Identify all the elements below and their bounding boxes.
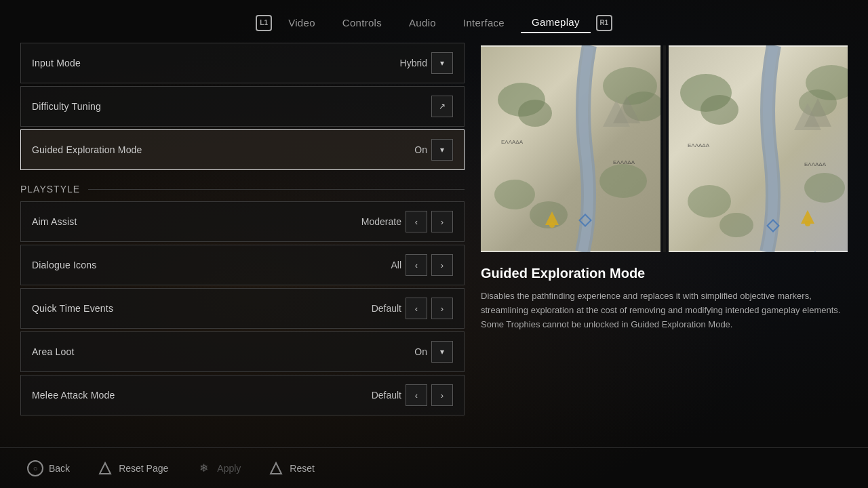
setting-control-quick-time-events: Default ‹ › (347, 298, 453, 319)
svg-point-5 (599, 164, 647, 198)
setting-row-melee-attack-mode[interactable]: Melee Attack Mode Default ‹ › (20, 375, 465, 415)
svg-text:ΕΛΛΑΔΑ: ΕΛΛΑΔΑ (804, 161, 827, 167)
info-title: Guided Exploration Mode (481, 266, 848, 281)
arrow-right-btn-dialogue-icons[interactable]: › (431, 254, 453, 276)
r1-button[interactable]: R1 (596, 15, 612, 31)
setting-control-area-loot: On ▾ (373, 341, 453, 363)
content-area: Input Mode Hybrid ▾ Difficulty Tuning ↗ … (0, 43, 868, 447)
reset-page-label: Reset Page (119, 463, 168, 474)
tab-video[interactable]: Video (277, 13, 326, 33)
setting-value-guided-exploration: On (373, 144, 427, 155)
setting-control-difficulty-tuning: ↗ (431, 96, 453, 117)
left-panel: Input Mode Hybrid ▾ Difficulty Tuning ↗ … (20, 43, 465, 447)
setting-label-area-loot: Area Loot (32, 346, 75, 357)
arrow-left-btn-aim-assist[interactable]: ‹ (406, 211, 427, 232)
arrow-right-btn-aim-assist[interactable]: › (431, 211, 453, 232)
setting-control-dialogue-icons: All ‹ › (347, 254, 453, 276)
arrow-right-btn-quick-time-events[interactable]: › (431, 298, 453, 319)
svg-point-19 (804, 173, 845, 203)
tab-interface[interactable]: Interface (452, 13, 515, 33)
setting-value-dialogue-icons: All (347, 260, 401, 270)
top-nav: L1 Video Controls Audio Interface Gamepl… (0, 0, 868, 43)
main-container: L1 Video Controls Audio Interface Gamepl… (0, 0, 868, 488)
circle-icon-back: ○ (27, 460, 43, 476)
svg-point-18 (688, 185, 731, 218)
back-label: Back (49, 463, 70, 474)
external-btn-difficulty-tuning[interactable]: ↗ (431, 96, 453, 117)
setting-label-difficulty-tuning: Difficulty Tuning (32, 101, 101, 112)
apply-action[interactable]: ❄ Apply (195, 460, 241, 476)
reset-page-action[interactable]: Reset Page (97, 460, 168, 476)
setting-row-difficulty-tuning[interactable]: Difficulty Tuning ↗ (20, 86, 465, 127)
tab-gameplay[interactable]: Gameplay (521, 12, 591, 33)
setting-row-guided-exploration[interactable]: Guided Exploration Mode On ▾ (20, 129, 465, 170)
svg-point-20 (719, 213, 753, 237)
dropdown-btn-area-loot[interactable]: ▾ (431, 341, 453, 363)
setting-control-aim-assist: Moderate ‹ › (347, 211, 453, 232)
setting-label-dialogue-icons: Dialogue Icons (32, 260, 96, 270)
setting-row-quick-time-events[interactable]: Quick Time Events Default ‹ › (20, 288, 465, 329)
tab-controls[interactable]: Controls (332, 13, 393, 33)
setting-value-quick-time-events: Default (347, 303, 401, 314)
back-action[interactable]: ○ Back (27, 460, 70, 476)
svg-point-26 (805, 221, 810, 226)
setting-value-aim-assist: Moderate (347, 216, 401, 227)
setting-label-guided-exploration: Guided Exploration Mode (32, 144, 142, 155)
dropdown-btn-input-mode[interactable]: ▾ (431, 52, 453, 74)
svg-point-15 (701, 95, 738, 125)
svg-text:ΕΛΛΑΔΑ: ΕΛΛΑΔΑ (501, 139, 524, 145)
arrow-left-btn-quick-time-events[interactable]: ‹ (406, 298, 427, 319)
setting-value-melee-attack-mode: Default (347, 390, 401, 401)
triangle-icon-reset-page (97, 460, 113, 476)
setting-label-aim-assist: Aim Assist (32, 216, 77, 227)
info-description: Disables the pathfinding experience and … (481, 289, 848, 331)
dropdown-btn-guided-exploration[interactable]: ▾ (431, 139, 453, 161)
setting-control-melee-attack-mode: Default ‹ › (347, 384, 453, 406)
l1-button[interactable]: L1 (256, 15, 272, 31)
arrow-right-btn-melee-attack-mode[interactable]: › (431, 384, 453, 406)
tab-audio[interactable]: Audio (398, 13, 447, 33)
info-section: Guided Exploration Mode Disables the pat… (481, 266, 848, 331)
svg-point-12 (549, 222, 555, 228)
map-separator (663, 45, 666, 252)
arrow-left-btn-dialogue-icons[interactable]: ‹ (406, 254, 427, 276)
bottom-bar: ○ Back Reset Page ❄ Apply Reset (0, 447, 868, 488)
map-preview: ΕΛΛΑΔΑ ΕΛΛΑΔΑ (481, 45, 848, 252)
triangle-svg-reset-page (98, 462, 112, 475)
snowflake-icon-apply: ❄ (195, 460, 212, 476)
reset-action[interactable]: Reset (268, 460, 315, 476)
map-half-left: ΕΛΛΑΔΑ ΕΛΛΑΔΑ (481, 45, 660, 252)
setting-row-dialogue-icons[interactable]: Dialogue Icons All ‹ › (20, 245, 465, 285)
apply-label: Apply (217, 463, 241, 474)
svg-text:ΕΛΛΑΔΑ: ΕΛΛΑΔΑ (688, 142, 710, 148)
svg-point-1 (518, 100, 552, 127)
svg-text:ΕΛΛΑΔΑ: ΕΛΛΑΔΑ (613, 159, 635, 165)
setting-label-quick-time-events: Quick Time Events (32, 303, 113, 314)
setting-control-guided-exploration: On ▾ (373, 139, 453, 161)
playstyle-section-title: Playstyle (20, 184, 80, 195)
map-svg-right: ΕΛΛΑΔΑ ΕΛΛΑΔΑ ? ? (669, 45, 848, 252)
setting-row-area-loot[interactable]: Area Loot On ▾ (20, 331, 465, 372)
setting-value-area-loot: On (373, 346, 427, 357)
setting-control-input-mode: Hybrid ▾ (373, 52, 453, 74)
reset-label: Reset (290, 463, 315, 474)
playstyle-section-header: Playstyle (20, 173, 465, 201)
right-panel: ΕΛΛΑΔΑ ΕΛΛΑΔΑ (481, 43, 848, 447)
map-half-right: ΕΛΛΑΔΑ ΕΛΛΑΔΑ ? ? (669, 45, 848, 252)
setting-label-melee-attack-mode: Melee Attack Mode (32, 390, 115, 401)
section-divider (88, 189, 465, 190)
setting-row-input-mode[interactable]: Input Mode Hybrid ▾ (20, 43, 465, 83)
svg-marker-31 (100, 463, 111, 474)
triangle-icon-reset (268, 460, 284, 476)
triangle-svg-reset (269, 462, 283, 475)
svg-marker-32 (271, 463, 281, 474)
svg-point-4 (494, 180, 535, 209)
map-svg-left: ΕΛΛΑΔΑ ΕΛΛΑΔΑ (481, 45, 660, 252)
arrow-left-btn-melee-attack-mode[interactable]: ‹ (406, 384, 427, 406)
setting-value-input-mode: Hybrid (373, 58, 427, 68)
setting-row-aim-assist[interactable]: Aim Assist Moderate ‹ › (20, 201, 465, 242)
setting-label-input-mode: Input Mode (32, 58, 81, 68)
